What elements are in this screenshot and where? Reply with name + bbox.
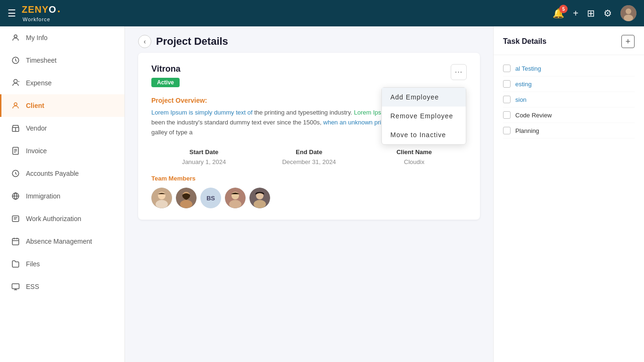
sidebar-item-files[interactable]: Files — [0, 253, 124, 275]
settings-icon[interactable]: ⚙ — [603, 8, 612, 19]
task-checkbox-1[interactable] — [503, 65, 511, 72]
task-name-1[interactable]: al Testing — [515, 65, 541, 72]
task-checkbox-4[interactable] — [503, 111, 511, 119]
task-item-3: sion — [503, 92, 635, 107]
notification-badge: 5 — [559, 5, 568, 13]
sidebar-item-work-authorization[interactable]: Work Authorization — [0, 207, 124, 230]
sidebar-label-client: Client — [26, 102, 44, 109]
expense-icon — [11, 78, 20, 88]
sidebar-label-invoice: Invoice — [26, 147, 47, 155]
absence-icon — [11, 237, 20, 246]
team-member-1[interactable] — [151, 188, 172, 208]
sidebar-item-absence-management[interactable]: Absence Management — [0, 230, 124, 253]
sidebar-label-my-info: My Info — [26, 34, 48, 41]
task-item-4: Code Review — [503, 107, 635, 123]
end-date-value: December 31, 2024 — [256, 158, 362, 165]
task-name-3[interactable]: sion — [515, 96, 527, 103]
team-member-4[interactable] — [225, 188, 246, 208]
hamburger-icon[interactable]: ☰ — [8, 8, 16, 19]
user-avatar[interactable] — [620, 5, 636, 21]
client-name-label: Client Name — [362, 148, 467, 156]
sidebar-item-my-info[interactable]: My Info — [0, 26, 124, 49]
grid-icon[interactable]: ⊞ — [587, 8, 595, 19]
sidebar-item-immigration[interactable]: Immigration — [0, 185, 124, 207]
start-date-value: January 1, 2024 — [151, 158, 256, 165]
immigration-icon — [11, 191, 20, 201]
team-member-bs[interactable]: BS — [200, 188, 221, 208]
move-to-inactive-menu-item[interactable]: Move to Inactive — [382, 125, 466, 144]
task-list: al Testing esting sion Code Review — [494, 55, 644, 144]
team-label: Team Members — [151, 175, 467, 182]
accounts-payable-icon — [11, 169, 20, 178]
sidebar-item-vendor[interactable]: Vendor — [0, 117, 124, 140]
add-button[interactable]: + — [573, 8, 578, 19]
team-section: Team Members — [151, 175, 467, 208]
task-checkbox-5[interactable] — [503, 127, 511, 134]
task-checkbox-2[interactable] — [503, 80, 511, 88]
overview-text-1: Lorem Ipsum is simply dummy text of — [151, 109, 254, 116]
logo-workforce: Workforce — [23, 16, 60, 22]
svg-point-29 — [156, 200, 168, 208]
task-name-2[interactable]: esting — [515, 81, 532, 88]
sidebar-item-expense[interactable]: Expense — [0, 72, 124, 94]
sidebar-item-accounts-payable[interactable]: Accounts Payable — [0, 162, 124, 185]
client-icon — [11, 101, 20, 110]
svg-point-7 — [14, 103, 17, 106]
back-button[interactable]: ‹ — [138, 35, 151, 48]
sidebar-item-timesheet[interactable]: Timesheet — [0, 49, 124, 72]
sidebar-label-immigration: Immigration — [26, 192, 60, 200]
task-panel-title: Task Details — [503, 37, 546, 46]
client-name-value: Cloudix — [362, 158, 467, 165]
svg-point-2 — [624, 15, 633, 21]
svg-point-1 — [626, 8, 631, 14]
svg-rect-24 — [12, 284, 19, 289]
ess-icon — [11, 282, 20, 291]
page-header: ‹ Project Details — [125, 26, 493, 53]
team-member-bs-initials: BS — [206, 195, 215, 202]
task-name-5: Planning — [515, 127, 539, 134]
team-member-2[interactable] — [176, 188, 197, 208]
task-checkbox-3[interactable] — [503, 96, 511, 103]
team-member-5[interactable] — [249, 188, 270, 208]
notification-button[interactable]: 🔔 5 — [553, 8, 564, 19]
task-item-1: al Testing — [503, 61, 635, 76]
sidebar-item-client[interactable]: Client — [0, 94, 124, 117]
status-badge: Active — [151, 78, 180, 87]
task-panel-header: Task Details + — [494, 26, 644, 55]
start-date-label: Start Date — [151, 148, 256, 156]
files-icon — [11, 259, 20, 269]
invoice-icon — [11, 146, 20, 156]
logo: ZENYO ● Workforce — [22, 4, 60, 22]
task-name-4: Code Review — [515, 112, 552, 119]
dropdown-menu: Add Employee Remove Employee Move to Ina… — [381, 87, 466, 145]
sidebar-label-accounts-payable: Accounts Payable — [26, 170, 79, 177]
team-avatars: BS — [151, 188, 467, 208]
sidebar-label-absence-management: Absence Management — [26, 238, 92, 245]
overview-text-2: the printing and typesetting industry. — [254, 109, 354, 116]
vendor-icon — [11, 123, 20, 133]
project-card-header: Vitrona Active ··· Add Employee Remove E… — [151, 64, 467, 87]
sidebar-label-files: Files — [26, 260, 40, 268]
svg-point-38 — [254, 200, 266, 208]
main-content: ‹ Project Details Vitrona Active ··· Ad — [125, 26, 493, 362]
person-icon — [11, 33, 20, 42]
sidebar-label-expense: Expense — [26, 79, 51, 87]
sidebar-item-invoice[interactable]: Invoice — [0, 140, 124, 162]
svg-point-35 — [229, 200, 241, 208]
page-title: Project Details — [156, 35, 228, 48]
sidebar-label-work-authorization: Work Authorization — [26, 215, 81, 222]
sidebar-scroll: My Info Timesheet Expense — [0, 26, 124, 362]
start-date-col: Start Date January 1, 2024 — [151, 148, 256, 165]
project-name: Vitrona — [151, 64, 181, 74]
work-auth-icon — [11, 214, 20, 223]
add-employee-menu-item[interactable]: Add Employee — [382, 88, 466, 107]
svg-point-3 — [14, 35, 17, 38]
logo-dot-icon: ● — [58, 9, 60, 14]
add-task-button[interactable]: + — [621, 35, 635, 48]
sidebar: My Info Timesheet Expense — [0, 26, 125, 362]
more-options-button[interactable]: ··· Add Employee Remove Employee Move to… — [451, 64, 467, 80]
task-item-5: Planning — [503, 123, 635, 139]
sidebar-item-ess[interactable]: ESS — [0, 275, 124, 298]
end-date-col: End Date December 31, 2024 — [256, 148, 362, 165]
remove-employee-menu-item[interactable]: Remove Employee — [382, 107, 466, 125]
